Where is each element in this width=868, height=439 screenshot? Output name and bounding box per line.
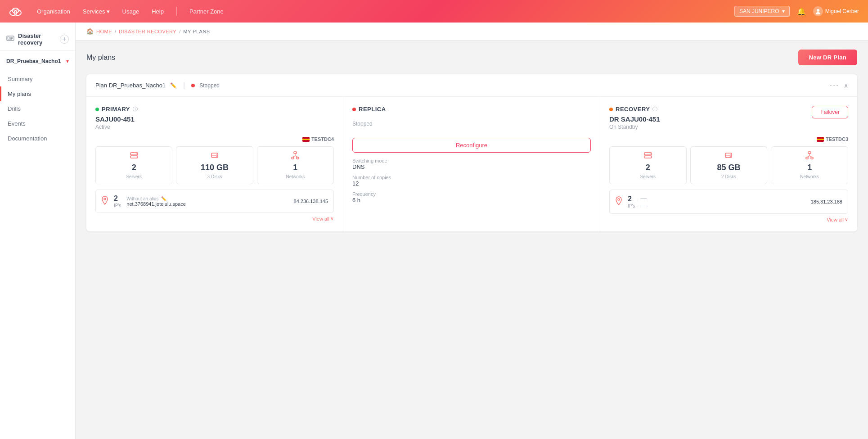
nav-usage[interactable]: Usage [122,8,139,15]
recovery-title: RECOVERY [616,106,650,113]
plan-name: DR_Pruebas_Nacho1 [6,58,61,64]
replica-section: REPLICA Stopped Reconfigure Switching mo… [343,97,600,231]
replica-status-dot [352,108,356,111]
replica-meta: Switching mode DNS Number of copies 12 F… [352,158,591,204]
primary-stats-grid: 2 Servers 110 GB 3 Disks [95,146,334,184]
sidebar-item-events[interactable]: Events [0,116,75,131]
sidebar-item-myplans[interactable]: My plans [0,86,75,101]
breadcrumb-sep2: / [179,29,180,34]
failover-button[interactable]: Failover [812,106,848,118]
svg-point-13 [136,157,137,158]
primary-title: PRIMARY [102,106,130,113]
disk-icon [724,151,733,161]
nav-right: SAN JUNIPERO ▾ 🔔 Miguel Cerber [734,6,859,17]
sidebar-header: Disaster recovery + [0,28,75,51]
recovery-view-all: View all ∨ [609,217,848,222]
network-icon [291,151,299,161]
svg-line-23 [295,156,298,157]
ip-edit-icon[interactable]: ✏️ [161,196,166,201]
primary-status-dot [95,108,99,111]
primary-view-all: View all ∨ [95,216,334,222]
recovery-servers-stat: 2 Servers [609,146,687,184]
primary-section: PRIMARY ⓘ SAJU00-451 Active TESTDC4 [86,97,343,231]
recovery-server-name: DR SAJU00-451 [609,115,660,123]
nav-services[interactable]: Services ▾ [83,8,110,15]
page-title: My plans [86,54,115,62]
nav-partner-zone[interactable]: Partner Zone [189,8,224,15]
primary-disks-stat: 110 GB 3 Disks [176,146,253,184]
plan-edit-icon[interactable]: ✏️ [170,82,177,89]
ip-location-icon [615,196,622,207]
primary-disks-size: 110 GB [201,163,229,172]
ip-alias: Without an alias ✏️ [126,196,288,201]
plan-sections: PRIMARY ⓘ SAJU00-451 Active TESTDC4 [86,97,857,231]
disk-icon [211,151,219,161]
region-selector[interactable]: SAN JUNIPERO ▾ [734,6,790,17]
content-header: My plans New DR Plan [86,50,857,65]
nav-help[interactable]: Help [152,8,164,15]
recovery-flag [817,137,824,142]
notifications-bell[interactable]: 🔔 [797,7,806,16]
recovery-ip-label: IP's [628,204,635,208]
recovery-title-block: RECOVERY ⓘ DR SAJU00-451 On Standby [609,106,660,136]
primary-info-icon[interactable]: ⓘ [133,106,138,113]
frequency-value: 6 h [352,197,591,204]
recovery-networks-count: 1 [807,163,812,172]
sidebar-item-documentation[interactable]: Documentation [0,131,75,146]
nav-organisation[interactable]: Organisation [37,8,70,15]
switching-mode-item: Switching mode DNS [352,158,591,170]
primary-servers-label: Servers [126,174,141,179]
nav-divider [176,7,177,16]
recovery-ip-count-col: 2 IP's [628,195,635,208]
plan-collapse-button[interactable]: ∧ [844,82,848,89]
svg-rect-6 [8,37,9,40]
frequency-label: Frequency [352,191,591,197]
svg-rect-19 [292,157,294,159]
svg-point-12 [136,154,137,154]
app-body: Disaster recovery + DR_Pruebas_Nacho1 ▾ … [0,23,868,439]
svg-rect-34 [806,157,808,159]
recovery-ip-count: 2 [628,195,635,203]
sidebar-item-summary[interactable]: Summary [0,72,75,86]
recovery-networks-label: Networks [800,174,819,179]
svg-point-16 [216,154,217,155]
svg-point-24 [104,198,106,200]
plan-card-title: Plan DR_Pruebas_Nacho1 [95,82,166,89]
logo[interactable] [9,6,23,16]
recovery-ip-address: 185.31.23.168 [811,199,842,204]
primary-flag [302,137,310,142]
svg-rect-33 [808,152,811,154]
recovery-status: On Standby [609,124,660,130]
plan-menu-button[interactable]: ··· [830,81,839,90]
replica-status: Stopped [352,121,591,127]
svg-rect-35 [811,157,813,159]
copies-label: Number of copies [352,175,591,180]
switching-mode-value: DNS [352,163,591,170]
svg-point-31 [730,154,731,155]
main-content: 🏠 HOME / DISASTER RECOVERY / MY PLANS My… [76,23,868,439]
recovery-info-icon[interactable]: ⓘ [652,106,657,113]
plan-status-text: Stopped [199,82,220,89]
primary-ip-row: 2 IP's Without an alias ✏️ net.3768941.j… [95,190,334,213]
view-all-link[interactable]: View all ∨ [827,217,848,222]
sidebar-item-drills[interactable]: Drills [0,101,75,116]
breadcrumb-disaster-recovery[interactable]: DISASTER RECOVERY [119,29,176,34]
disaster-recovery-icon [6,34,14,44]
new-dr-plan-button[interactable]: New DR Plan [798,50,857,65]
add-button[interactable]: + [60,35,69,44]
svg-point-4 [816,12,820,14]
reconfigure-button[interactable]: Reconfigure [352,138,591,153]
primary-disks-label: 3 Disks [207,174,222,179]
view-all-link[interactable]: View all ∨ [312,216,334,222]
sidebar-plan-selector[interactable]: DR_Pruebas_Nacho1 ▾ [0,54,75,68]
plan-dropdown-arrow: ▾ [66,58,69,64]
chevron-down-icon: ▾ [782,8,785,14]
breadcrumb: 🏠 HOME / DISASTER RECOVERY / MY PLANS [76,23,868,41]
breadcrumb-home[interactable]: HOME [96,29,112,34]
recovery-header: RECOVERY ⓘ DR SAJU00-451 On Standby Fail… [609,106,848,136]
plan-card: Plan DR_Pruebas_Nacho1 ✏️ | Stopped ··· … [86,74,857,231]
user-menu[interactable]: Miguel Cerber [813,6,859,16]
recovery-ip-row: 2 IP's — — 185.31.23.168 [609,190,848,214]
chevron-down-icon: ∨ [330,216,334,222]
ip-count-col: 2 IP's [114,195,121,208]
